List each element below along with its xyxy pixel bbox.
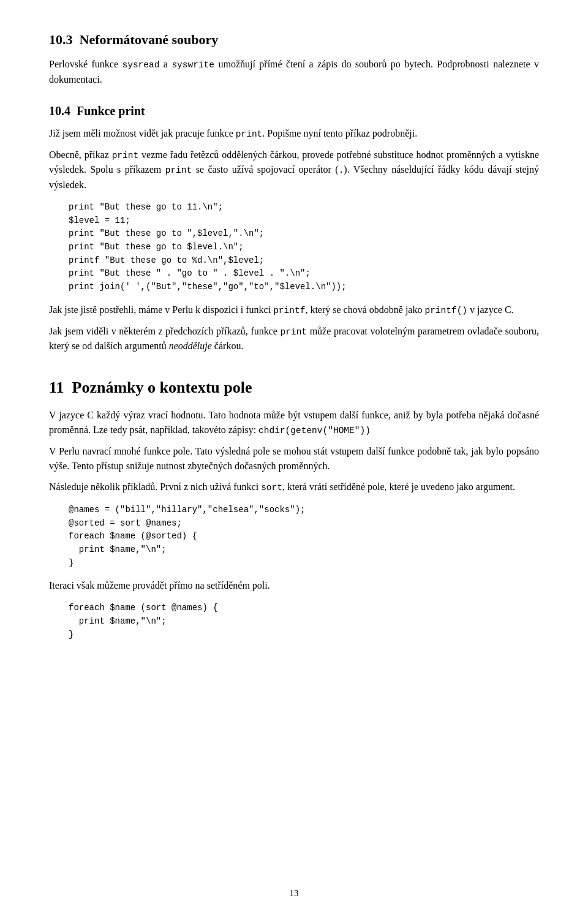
code-print-2: print: [112, 151, 139, 160]
para-10-4-2: Obecně, příkaz print vezme řadu řetězců …: [49, 148, 539, 193]
code-printf-2: printf(): [424, 306, 467, 315]
para-11-1: V jazyce C každý výraz vrací hodnotu. Ta…: [49, 408, 539, 438]
para-11-3: Následuje několik příkladů. První z nich…: [49, 480, 539, 495]
code-dot: .: [339, 165, 344, 175]
code-sysread: sysread: [123, 60, 160, 70]
code-block-sort: @names = ("bill","hillary","chelsea","so…: [69, 504, 539, 570]
code-print-3: print: [165, 165, 192, 175]
code-syswrite: syswrite: [172, 60, 214, 70]
page-number: 13: [290, 886, 299, 900]
code-sort: sort: [261, 483, 282, 492]
code-print-4: print: [281, 327, 307, 337]
code-block-print: print "But these go to 11.\n"; $level = …: [69, 201, 539, 294]
code-printf-1: printf: [273, 306, 305, 315]
para-10-4-3: Jak jste jistě postřehli, máme v Perlu k…: [49, 303, 539, 318]
para-11-2: V Perlu navrací mnohé funkce pole. Tato …: [49, 444, 539, 474]
heading-10-4: 10.4 Funkce print: [49, 102, 539, 120]
heading-11: 11 Poznámky o kontextu pole: [49, 375, 539, 399]
para-10-3-1: Perlovské funkce sysread a syswrite umož…: [49, 57, 539, 87]
page: 10.3 Neformátované soubory Perlovské fun…: [0, 0, 588, 917]
para-11-4: Iteraci však můžeme provádět přímo na se…: [49, 578, 539, 593]
para-10-4-4: Jak jsem viděli v některém z předchozích…: [49, 324, 539, 354]
para-10-4-1: Již jsem měli možnost vidět jak pracuje …: [49, 126, 539, 142]
em-neodděluje: neodděluje: [169, 341, 212, 351]
heading-10-3: 10.3 Neformátované soubory: [49, 29, 539, 50]
code-chdir: chdir(getenv("HOME")): [258, 426, 371, 436]
code-block-foreach: foreach $name (sort @names) { print $nam…: [69, 602, 539, 641]
code-print-1: print: [236, 129, 263, 139]
